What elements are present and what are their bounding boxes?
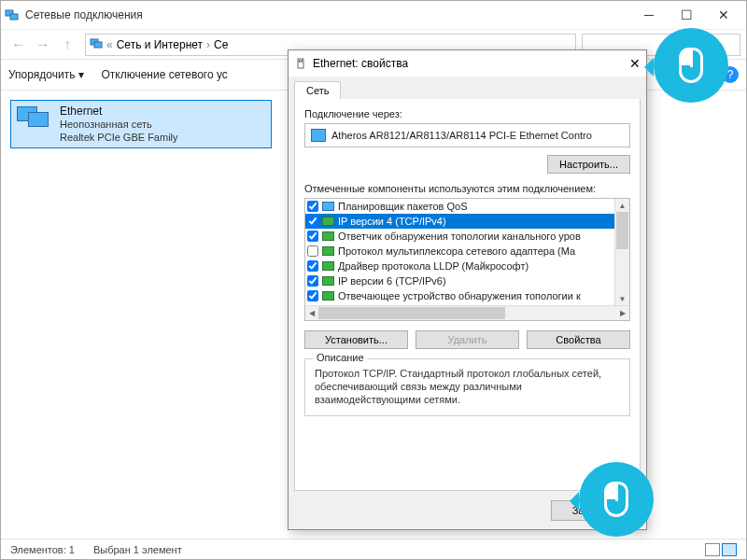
breadcrumb-part[interactable]: Сеть и Интернет — [117, 38, 203, 51]
connection-adapter: Realtek PCIe GBE Family — [60, 131, 178, 144]
component-label: IP версии 4 (TCP/IPv4) — [338, 216, 446, 227]
component-label: IP версии 6 (TCP/IPv6) — [338, 275, 446, 287]
protocol-icon — [322, 261, 334, 271]
mouse-callout-icon — [579, 462, 654, 537]
component-checkbox[interactable] — [307, 245, 318, 257]
organize-menu[interactable]: Упорядочить▾ — [8, 68, 84, 81]
svg-rect-6 — [302, 60, 303, 63]
item-count: Элементов: 1 — [10, 544, 75, 555]
component-checkbox[interactable] — [307, 260, 318, 272]
chevron-down-icon: ▾ — [78, 68, 84, 81]
protocol-icon — [322, 276, 334, 286]
component-row[interactable]: IP версии 4 (TCP/IPv4) — [305, 214, 614, 229]
titlebar: Сетевые подключения ─ ☐ ✕ — [1, 1, 746, 29]
dialog-title: Ethernet: свойства — [313, 57, 613, 70]
network-adapter-icon — [311, 129, 326, 142]
install-button[interactable]: Установить... — [304, 330, 408, 349]
component-row[interactable]: IP версии 6 (TCP/IPv6) — [305, 273, 614, 288]
protocol-icon — [322, 217, 334, 226]
ethernet-icon — [294, 57, 307, 70]
connection-status: Неопознанная сеть — [60, 118, 178, 131]
protocol-icon — [322, 231, 334, 241]
scroll-down-icon[interactable]: ▼ — [615, 292, 629, 305]
statusbar: Элементов: 1 Выбран 1 элемент — [1, 539, 746, 559]
mouse-callout-icon — [654, 28, 728, 103]
component-label: Протокол мультиплексора сетевого адаптер… — [338, 245, 575, 257]
properties-button[interactable]: Свойства — [527, 330, 630, 349]
component-label: Драйвер протокола LLDP (Майкрософт) — [338, 260, 529, 272]
connection-name: Ethernet — [60, 105, 178, 118]
horizontal-scrollbar[interactable]: ◀▶ — [305, 305, 629, 320]
uninstall-button: Удалить — [416, 330, 519, 349]
folder-icon — [90, 36, 103, 52]
tab-network[interactable]: Сеть — [294, 81, 341, 99]
component-checkbox[interactable] — [307, 290, 318, 301]
forward-button[interactable]: → — [31, 33, 55, 57]
scroll-left-icon[interactable]: ◀ — [305, 306, 318, 320]
maximize-button[interactable]: ☐ — [668, 1, 705, 29]
adapter-name: Atheros AR8121/AR8113/AR8114 PCI-E Ether… — [331, 130, 592, 141]
breadcrumb-part[interactable]: Се — [214, 38, 228, 51]
component-row[interactable]: Протокол мультиплексора сетевого адаптер… — [305, 244, 614, 259]
component-checkbox[interactable] — [307, 216, 318, 227]
dialog-titlebar: Ethernet: свойства ✕ — [289, 50, 646, 77]
scrollbar-thumb[interactable] — [616, 212, 628, 249]
component-label: Планировщик пакетов QoS — [338, 201, 468, 212]
up-button[interactable]: ↑ — [55, 33, 79, 57]
window-title: Сетевые подключения — [25, 8, 630, 21]
back-button[interactable]: ← — [7, 33, 31, 57]
connection-item-ethernet[interactable]: Ethernet Неопознанная сеть Realtek PCIe … — [10, 100, 272, 148]
ethernet-properties-dialog: Ethernet: свойства ✕ Сеть Подключение че… — [288, 49, 647, 530]
selected-count: Выбран 1 элемент — [93, 544, 182, 555]
vertical-scrollbar[interactable]: ▲▼ — [614, 199, 629, 305]
component-row[interactable]: Драйвер протокола LLDP (Майкрософт) — [305, 259, 614, 273]
component-label: Отвечающее устройство обнаружения тополо… — [338, 290, 581, 301]
svg-rect-4 — [298, 59, 303, 68]
configure-button[interactable]: Настроить... — [547, 155, 630, 174]
description-title: Описание — [313, 352, 368, 363]
scroll-right-icon[interactable]: ▶ — [616, 306, 629, 320]
disable-device-button[interactable]: Отключение сетевого ус — [101, 68, 227, 81]
dialog-body: Подключение через: Atheros AR8121/AR8113… — [294, 99, 641, 491]
component-label: Ответчик обнаружения топологии канальног… — [338, 231, 581, 242]
protocol-icon — [322, 291, 334, 301]
description-text: Протокол TCP/IP. Стандартный протокол гл… — [315, 367, 620, 406]
svg-rect-5 — [299, 60, 301, 63]
ethernet-icon — [15, 105, 52, 138]
component-row[interactable]: Планировщик пакетов QoS — [305, 199, 614, 214]
component-row[interactable]: Ответчик обнаружения топологии канальног… — [305, 229, 614, 244]
scrollbar-thumb[interactable] — [318, 307, 505, 319]
component-checkbox[interactable] — [307, 231, 318, 242]
dialog-tabs: Сеть — [289, 77, 646, 99]
adapter-field: Atheros AR8121/AR8113/AR8114 PCI-E Ether… — [304, 123, 630, 147]
scroll-up-icon[interactable]: ▲ — [615, 199, 629, 212]
svg-rect-3 — [94, 42, 102, 48]
component-row[interactable]: Отвечающее устройство обнаружения тополо… — [305, 288, 614, 303]
components-label: Отмеченные компоненты используются этим … — [304, 183, 630, 194]
details-view-button[interactable] — [705, 543, 720, 556]
protocol-icon — [322, 202, 334, 211]
component-checkbox[interactable] — [307, 275, 318, 287]
close-button[interactable]: ✕ — [705, 1, 742, 29]
minimize-button[interactable]: ─ — [630, 1, 668, 29]
network-connections-icon — [5, 7, 20, 22]
breadcrumb-sep: « — [106, 38, 113, 51]
components-list[interactable]: Планировщик пакетов QoSIP версии 4 (TCP/… — [304, 198, 630, 321]
svg-rect-1 — [10, 14, 18, 20]
description-group: Описание Протокол TCP/IP. Стандартный пр… — [304, 358, 630, 416]
protocol-icon — [322, 246, 334, 256]
component-checkbox[interactable] — [307, 201, 318, 212]
tiles-view-button[interactable] — [722, 543, 737, 556]
connect-via-label: Подключение через: — [304, 108, 630, 119]
